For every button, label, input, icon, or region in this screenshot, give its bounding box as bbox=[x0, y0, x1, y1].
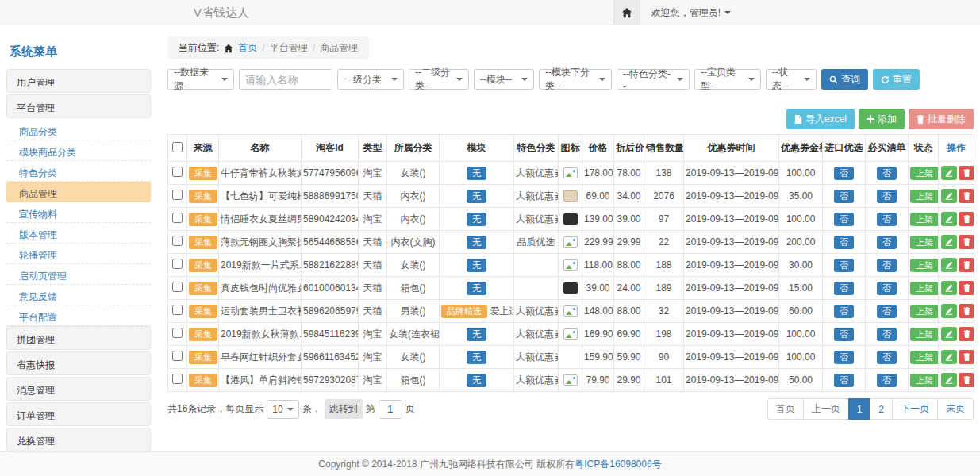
edit-button[interactable] bbox=[941, 373, 957, 387]
delete-button[interactable] bbox=[959, 304, 974, 318]
query-button[interactable]: 查询 bbox=[821, 69, 868, 90]
must-buy-badge[interactable]: 否 bbox=[877, 236, 897, 249]
user-menu[interactable]: 欢迎您，管理员! bbox=[640, 0, 742, 25]
jump-page-input[interactable] bbox=[379, 400, 402, 419]
status-badge[interactable]: 上架 bbox=[910, 236, 939, 249]
status-badge[interactable]: 上架 bbox=[910, 167, 939, 180]
status-badge[interactable]: 上架 bbox=[910, 374, 939, 387]
imported-badge[interactable]: 否 bbox=[834, 259, 854, 272]
delete-button[interactable] bbox=[959, 258, 974, 272]
page-button-上一页[interactable]: 上一页 bbox=[803, 398, 849, 420]
edit-button[interactable] bbox=[941, 350, 957, 364]
filter-select[interactable]: --状态-- bbox=[766, 69, 817, 90]
edit-button[interactable] bbox=[941, 166, 957, 180]
sidebar-item[interactable]: 特色分类 bbox=[6, 161, 151, 182]
sidebar-item[interactable]: 平台配置 bbox=[6, 305, 151, 326]
must-buy-badge[interactable]: 否 bbox=[877, 259, 897, 272]
import-excel-button[interactable]: 导入excel bbox=[786, 109, 855, 129]
add-button[interactable]: 添加 bbox=[859, 109, 905, 129]
filter-select[interactable]: --二级分类-- bbox=[409, 69, 469, 90]
reset-button[interactable]: 重置 bbox=[873, 69, 920, 90]
imported-badge[interactable]: 否 bbox=[834, 190, 854, 203]
row-checkbox[interactable] bbox=[172, 259, 183, 269]
edit-button[interactable] bbox=[941, 327, 957, 341]
must-buy-badge[interactable]: 否 bbox=[877, 374, 897, 387]
filter-select[interactable]: --数据来源-- bbox=[167, 69, 234, 90]
edit-button[interactable] bbox=[941, 189, 957, 203]
sidebar-item[interactable]: 商品分类 bbox=[6, 120, 151, 140]
must-buy-badge[interactable]: 否 bbox=[877, 190, 897, 203]
imported-badge[interactable]: 否 bbox=[834, 351, 854, 364]
status-badge[interactable]: 上架 bbox=[910, 305, 939, 318]
must-buy-badge[interactable]: 否 bbox=[877, 328, 897, 341]
row-checkbox[interactable] bbox=[172, 374, 183, 384]
page-button-2[interactable]: 2 bbox=[870, 398, 893, 420]
per-page-select[interactable]: 10 bbox=[267, 400, 298, 419]
page-button-下一页[interactable]: 下一页 bbox=[892, 398, 938, 420]
delete-button[interactable] bbox=[959, 212, 974, 226]
page-button-末页[interactable]: 末页 bbox=[937, 398, 974, 420]
icp-link[interactable]: 粤ICP备16098006号 bbox=[575, 459, 661, 470]
sidebar-item[interactable]: 用户管理 bbox=[6, 69, 151, 93]
breadcrumb-home-link[interactable]: 首页 bbox=[238, 41, 257, 55]
imported-badge[interactable]: 否 bbox=[834, 167, 854, 180]
edit-button[interactable] bbox=[941, 281, 957, 295]
delete-button[interactable] bbox=[959, 281, 974, 295]
filter-select[interactable]: --模块-- bbox=[474, 69, 534, 90]
sidebar-item[interactable]: 商品管理 bbox=[6, 182, 151, 202]
edit-button[interactable] bbox=[941, 212, 957, 226]
imported-badge[interactable]: 否 bbox=[834, 328, 854, 341]
imported-badge[interactable]: 否 bbox=[834, 374, 854, 387]
sidebar-item[interactable]: 拼团管理 bbox=[6, 326, 151, 350]
status-badge[interactable]: 上架 bbox=[910, 282, 939, 295]
status-badge[interactable]: 上架 bbox=[910, 328, 939, 341]
page-button-首页[interactable]: 首页 bbox=[767, 398, 804, 420]
sidebar-item[interactable]: 省惠快报 bbox=[6, 351, 151, 375]
must-buy-badge[interactable]: 否 bbox=[877, 167, 897, 180]
delete-button[interactable] bbox=[959, 166, 974, 180]
sidebar-item[interactable]: 意见反馈 bbox=[6, 285, 151, 305]
sidebar-item[interactable]: 消息管理 bbox=[6, 377, 151, 401]
edit-button[interactable] bbox=[941, 258, 957, 272]
row-checkbox[interactable] bbox=[172, 328, 183, 338]
imported-badge[interactable]: 否 bbox=[834, 236, 854, 249]
must-buy-badge[interactable]: 否 bbox=[877, 305, 897, 318]
batch-delete-button[interactable]: 批量删除 bbox=[909, 109, 974, 129]
sidebar-item[interactable]: 轮播管理 bbox=[6, 244, 151, 264]
must-buy-badge[interactable]: 否 bbox=[877, 351, 897, 364]
sidebar-item[interactable]: 版本管理 bbox=[6, 223, 151, 244]
row-checkbox[interactable] bbox=[172, 167, 183, 177]
imported-badge[interactable]: 否 bbox=[834, 282, 854, 295]
sidebar-item[interactable]: 启动页管理 bbox=[6, 264, 151, 285]
delete-button[interactable] bbox=[959, 350, 974, 364]
filter-select[interactable]: --特色分类-- bbox=[617, 69, 690, 90]
delete-button[interactable] bbox=[959, 189, 974, 203]
filter-select[interactable]: --宝贝类型-- bbox=[694, 69, 761, 90]
sidebar-item[interactable]: 宣传物料 bbox=[6, 202, 151, 223]
imported-badge[interactable]: 否 bbox=[834, 213, 854, 226]
name-search-input[interactable] bbox=[239, 69, 332, 90]
row-checkbox[interactable] bbox=[172, 351, 183, 361]
filter-select[interactable]: --模块下分类-- bbox=[539, 69, 612, 90]
status-badge[interactable]: 上架 bbox=[910, 213, 939, 226]
edit-button[interactable] bbox=[941, 235, 957, 249]
sidebar-item[interactable]: 订单管理 bbox=[6, 402, 151, 426]
delete-button[interactable] bbox=[959, 327, 974, 341]
edit-button[interactable] bbox=[941, 304, 957, 318]
status-badge[interactable]: 上架 bbox=[910, 190, 939, 203]
row-checkbox[interactable] bbox=[172, 236, 183, 246]
sidebar-item[interactable]: 平台管理 bbox=[6, 94, 151, 118]
select-all-checkbox[interactable] bbox=[172, 142, 183, 152]
delete-button[interactable] bbox=[959, 235, 974, 249]
delete-button[interactable] bbox=[959, 373, 974, 387]
imported-badge[interactable]: 否 bbox=[834, 305, 854, 318]
row-checkbox[interactable] bbox=[172, 305, 183, 315]
jump-button[interactable]: 跳转到 bbox=[325, 399, 363, 419]
must-buy-badge[interactable]: 否 bbox=[877, 213, 897, 226]
page-button-1[interactable]: 1 bbox=[848, 398, 871, 420]
home-button[interactable] bbox=[613, 0, 640, 25]
row-checkbox[interactable] bbox=[172, 190, 183, 200]
must-buy-badge[interactable]: 否 bbox=[877, 282, 897, 295]
row-checkbox[interactable] bbox=[172, 213, 183, 223]
status-badge[interactable]: 上架 bbox=[910, 259, 939, 272]
